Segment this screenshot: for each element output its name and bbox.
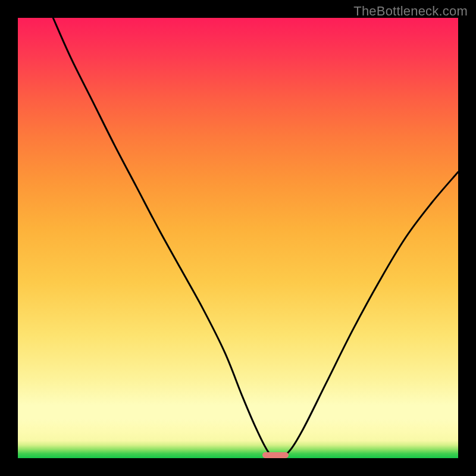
- plot-area: [18, 18, 458, 458]
- watermark-text: TheBottleneck.com: [353, 4, 468, 19]
- bottleneck-curve: [53, 18, 458, 457]
- curve-layer: [18, 18, 458, 458]
- chart-frame: TheBottleneck.com: [0, 0, 476, 476]
- optimal-range-marker: [262, 452, 289, 458]
